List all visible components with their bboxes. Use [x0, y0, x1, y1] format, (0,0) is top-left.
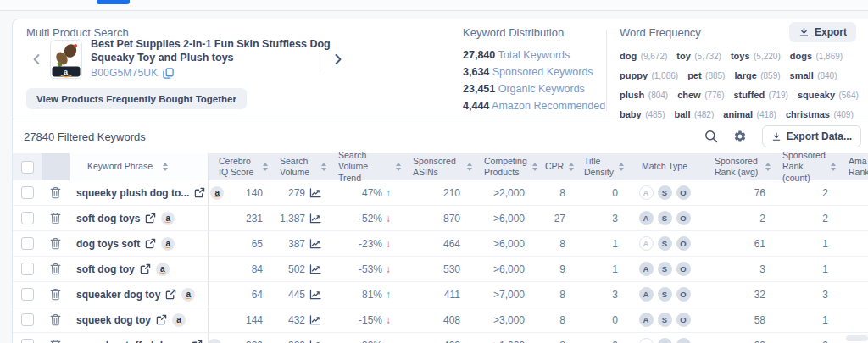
word-frequency-tag[interactable]: stuffed (719)	[733, 86, 787, 102]
keyword-phrase: squeeky stuffed dog ...	[76, 340, 186, 343]
delete-keyword-icon[interactable]	[50, 339, 61, 343]
match-type-organic-badge: O	[676, 236, 691, 251]
trend-value: -33%	[359, 340, 382, 343]
sort-icon[interactable]	[163, 163, 168, 171]
export-button[interactable]: Export	[789, 22, 856, 42]
scrollbar-thumb[interactable]	[846, 335, 868, 341]
amazon-badge[interactable]: a	[210, 186, 224, 200]
amazon-badge[interactable]: a	[161, 237, 175, 251]
match-type-amazon-badge: A	[639, 185, 654, 200]
column-header-match-type[interactable]: Match Type	[625, 153, 704, 180]
product-thumbnail[interactable]: a	[50, 40, 82, 79]
search-volume-chart-icon[interactable]	[309, 290, 321, 300]
delete-keyword-icon[interactable]	[50, 186, 61, 199]
external-link-icon[interactable]	[145, 213, 156, 224]
export-button-label: Export	[815, 26, 847, 38]
word-frequency-tag[interactable]: toys (5,220)	[731, 47, 781, 63]
settings-gear-icon[interactable]	[733, 130, 747, 143]
column-header-search-volume-trend[interactable]: Search Volume Trend	[328, 153, 403, 180]
word-frequency-tag[interactable]: puppy (1,086)	[620, 67, 678, 82]
search-volume-chart-icon[interactable]	[309, 340, 321, 343]
amazon-badge[interactable]: a	[172, 313, 186, 327]
sort-icon[interactable]	[467, 163, 472, 171]
active-tab-indicator[interactable]	[97, 0, 130, 4]
column-header-keyword-phrase[interactable]: Keyword Phrase	[70, 153, 209, 180]
cerebro-iq-score-cell: 84	[209, 257, 270, 281]
word-frequency-tag[interactable]: dogs (1,869)	[790, 47, 843, 63]
sponsored-asins-cell: 408	[403, 307, 474, 332]
search-volume-chart-icon[interactable]	[309, 264, 321, 274]
column-header-sponsored-rank-avg[interactable]: Sponsored Rank (avg)	[704, 153, 772, 180]
external-link-icon[interactable]	[165, 289, 176, 300]
sort-icon[interactable]	[321, 163, 326, 171]
amazon-badge[interactable]: a	[161, 212, 175, 225]
sort-icon[interactable]	[619, 163, 624, 171]
export-data-button[interactable]: Export Data...	[762, 125, 861, 147]
external-link-icon[interactable]	[156, 314, 167, 325]
row-checkbox[interactable]	[21, 263, 34, 275]
carousel-prev-button[interactable]	[31, 53, 42, 65]
competing-products-cell: >7,000	[474, 282, 535, 307]
carousel-next-button[interactable]	[333, 53, 343, 65]
match-type-sponsored-badge: S	[658, 313, 672, 327]
product-info: Best Pet Supplies 2-in-1 Fun Skin Stuffl…	[91, 37, 347, 79]
keyword-distribution-title: Keyword Distribution	[463, 26, 605, 39]
row-checkbox[interactable]	[21, 313, 34, 326]
external-link-icon[interactable]	[145, 238, 156, 249]
word-frequency-tag[interactable]: toy (5,732)	[676, 47, 721, 63]
search-volume-cell: 279	[288, 187, 305, 199]
match-type-organic-badge: O	[676, 262, 691, 276]
row-checkbox[interactable]	[21, 237, 34, 250]
search-volume-chart-icon[interactable]	[309, 188, 321, 198]
keyword-distribution-stat: 23,451 Organic Keywords	[463, 80, 605, 97]
word-frequency-tag[interactable]: dog (9,672)	[620, 47, 667, 63]
delete-keyword-icon[interactable]	[50, 288, 61, 301]
row-checkbox[interactable]	[21, 339, 34, 343]
match-type-organic-badge: O	[676, 211, 691, 225]
delete-keyword-icon[interactable]	[50, 313, 61, 326]
column-header-competing-products[interactable]: Competing Products	[474, 153, 535, 180]
word-frequency-tag[interactable]: large (859)	[734, 67, 780, 82]
column-header-cpr[interactable]: CPR	[535, 153, 574, 180]
delete-keyword-icon[interactable]	[50, 263, 61, 275]
view-fbt-button[interactable]: View Products Frequently Bought Together	[26, 88, 247, 109]
column-header-title-density[interactable]: Title Density	[574, 153, 625, 180]
sort-icon[interactable]	[831, 163, 836, 171]
column-header-sponsored-asins[interactable]: Sponsored ASINs	[403, 153, 474, 180]
sort-icon[interactable]	[263, 163, 268, 171]
external-link-icon[interactable]	[140, 263, 151, 274]
table-row: dog toys soft a 65 387 -23% ↓ 464 >6,000…	[13, 231, 868, 257]
sponsored-rank-avg-cell: 20	[704, 333, 772, 343]
search-volume-chart-icon[interactable]	[309, 213, 321, 224]
amazon-badge[interactable]: a	[181, 288, 195, 302]
table-row: squeaker dog toy a 64 445 81% ↑ 411 >7,0…	[13, 282, 868, 307]
competing-products-cell: >6,000	[474, 231, 535, 256]
column-header-sponsored-rank-count[interactable]: Sponsored Rank (count)	[772, 153, 837, 180]
sort-icon[interactable]	[765, 163, 771, 171]
search-volume-chart-icon[interactable]	[309, 315, 321, 325]
search-icon[interactable]	[704, 130, 718, 143]
column-header-cerebro-iq-score[interactable]: Cerebro IQ Score	[209, 153, 270, 180]
match-type-sponsored-badge: S	[658, 211, 672, 225]
column-header-search-volume[interactable]: Search Volume	[270, 153, 328, 180]
amazon-badge[interactable]: a	[156, 263, 170, 276]
delete-keyword-icon[interactable]	[50, 237, 61, 250]
word-frequency-tag[interactable]: squeaky (564)	[798, 86, 859, 102]
select-all-checkbox[interactable]	[21, 161, 34, 174]
search-volume-chart-icon[interactable]	[309, 239, 321, 249]
external-link-icon[interactable]	[194, 187, 205, 198]
column-header-amazon-rank[interactable]: Ama Rank	[837, 153, 868, 180]
delete-column-header	[42, 153, 70, 180]
word-frequency-tag[interactable]: small (840)	[790, 67, 837, 82]
word-frequency-tag[interactable]: pet (885)	[687, 67, 725, 82]
word-frequency-tag[interactable]: plush (804)	[620, 86, 668, 102]
delete-keyword-icon[interactable]	[50, 212, 61, 224]
copy-asin-icon[interactable]	[163, 68, 174, 79]
word-frequency-tag[interactable]: chew (776)	[677, 86, 724, 102]
row-checkbox[interactable]	[21, 288, 34, 301]
row-checkbox[interactable]	[21, 212, 34, 224]
sort-icon[interactable]	[396, 163, 401, 171]
external-link-icon[interactable]	[192, 340, 203, 343]
top-section: Multi Product Search a Best Pet Supplies…	[13, 19, 868, 119]
row-checkbox[interactable]	[21, 186, 34, 199]
